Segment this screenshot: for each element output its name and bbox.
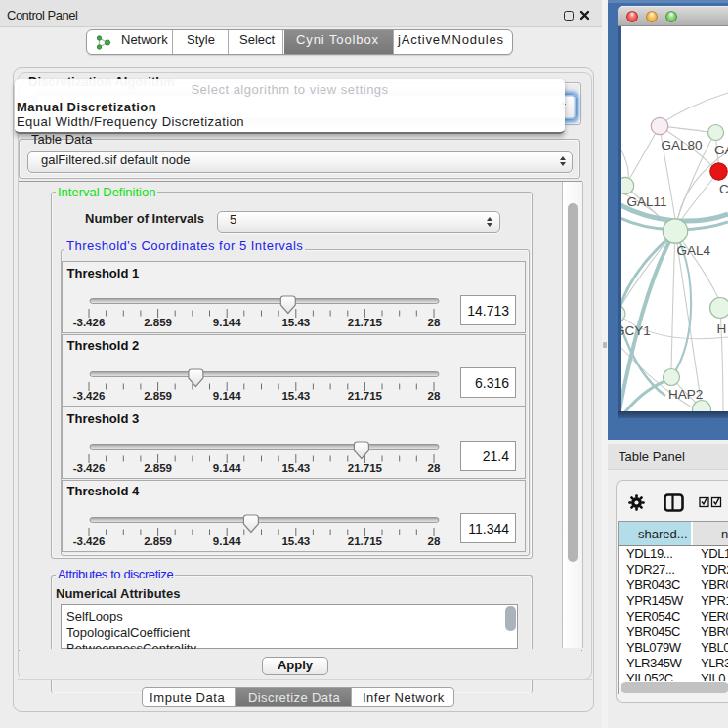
svg-text:HAP2: HAP2 (668, 387, 703, 402)
svg-text:H: H (717, 321, 727, 336)
svg-text:GAL11: GAL11 (627, 194, 667, 209)
svg-text:GAL4: GAL4 (677, 243, 711, 258)
svg-text:GA: GA (714, 143, 728, 157)
svg-text:C: C (719, 182, 728, 196)
svg-text:GAL80: GAL80 (662, 138, 703, 152)
svg-text:GCY1: GCY1 (621, 323, 651, 338)
